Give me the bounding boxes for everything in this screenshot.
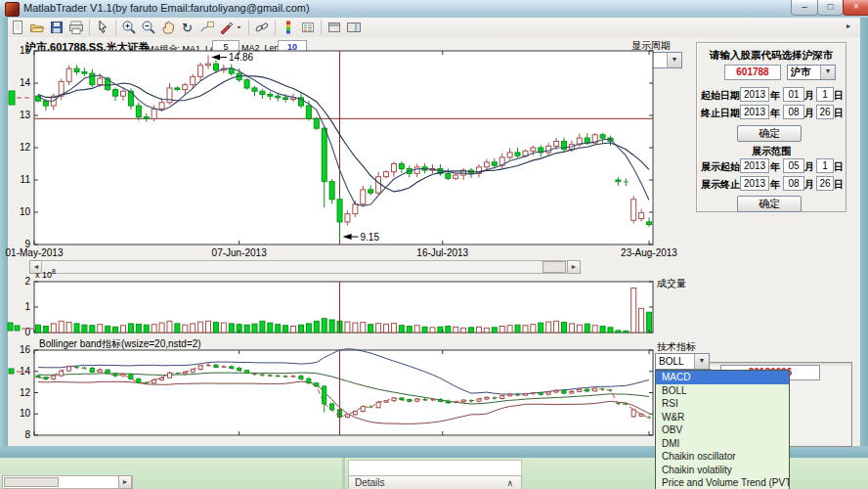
day-suffix: 日 [834, 107, 844, 120]
title-bar[interactable]: MatlabTrader V1.1(by faruto Email:faruto… [0, 0, 868, 19]
indicator-option[interactable]: MACD [656, 371, 789, 384]
data-cursor-icon[interactable] [197, 19, 217, 36]
brush-icon[interactable] [217, 19, 237, 36]
volume-label: 成交量 [657, 277, 686, 290]
indicator-label: 技术指标 [657, 340, 696, 354]
month-suffix: 月 [804, 107, 814, 120]
matlabtrader-window: MatlabTrader V1.1(by faruto Email:faruto… [0, 0, 868, 489]
insert-colorbar-icon[interactable] [279, 19, 298, 36]
end-year-input[interactable]: 2013 [740, 105, 769, 119]
indicator-option[interactable]: Price and Volume Trend (PVT) [656, 476, 789, 489]
year-suffix: 年 [770, 160, 780, 174]
details-panel-body [348, 460, 522, 476]
indicator-option[interactable]: W&R [656, 411, 789, 424]
month-suffix: 月 [804, 178, 814, 192]
start-year-input[interactable]: 2013 [740, 87, 769, 102]
day-suffix: 日 [834, 178, 844, 192]
chevron-down-icon[interactable]: ▼ [694, 354, 709, 369]
display-range-title: 展示范围 [697, 145, 846, 158]
svg-text:↻: ↻ [182, 21, 193, 35]
range-start-month-input[interactable]: 05 [783, 158, 804, 173]
year-suffix: 年 [770, 89, 780, 103]
indicator-option[interactable]: BOLL [656, 384, 789, 398]
indicator-dropdown[interactable]: BOLL ▼ [655, 353, 710, 370]
toolbar-separator [248, 20, 249, 35]
range-start-year-input[interactable]: 2013 [740, 158, 769, 173]
range-start-label: 展示起始 [701, 160, 740, 174]
figure-toolbar: ↻ [8, 18, 860, 38]
toolbar-overflow-icon[interactable]: ▸ [846, 22, 850, 30]
main-chart-plot-area[interactable] [34, 51, 653, 244]
range-start-day-input[interactable]: 1 [816, 158, 834, 173]
market-dropdown[interactable]: 沪市 ▼ [787, 65, 836, 80]
day-suffix: 日 [834, 89, 844, 103]
link-plots-icon[interactable] [252, 19, 272, 36]
details-label: Details [355, 477, 385, 488]
indicator-option[interactable]: OBV [656, 423, 789, 437]
panel-divider[interactable] [342, 458, 345, 489]
end-month-input[interactable]: 08 [783, 105, 804, 119]
toolbar-separator [89, 20, 90, 35]
range-end-label: 展示终止 [701, 178, 740, 192]
maximize-button[interactable]: □ [817, 0, 844, 16]
open-folder-icon[interactable] [27, 19, 47, 36]
indicator-value: BOLL [656, 354, 694, 369]
folder-scrollbar-right-arrow[interactable]: ► [118, 475, 132, 489]
month-suffix: 月 [804, 160, 814, 174]
new-file-icon[interactable] [8, 19, 27, 36]
insert-legend-icon[interactable] [298, 19, 318, 36]
print-icon[interactable] [66, 19, 86, 36]
bollinger-title: Bollinger band指标(wsize=20,nstd=2) [39, 337, 201, 351]
chevron-down-icon[interactable]: ▼ [820, 66, 835, 79]
toolbar-separator [321, 20, 322, 35]
folder-scrollbar-thumb[interactable] [4, 477, 59, 487]
show-plot-tools-icon[interactable] [344, 19, 364, 36]
year-suffix: 年 [770, 107, 780, 120]
hide-plot-tools-icon[interactable] [325, 19, 344, 36]
close-button[interactable]: × [843, 0, 868, 16]
range-end-month-input[interactable]: 08 [783, 176, 804, 191]
zoom-in-icon[interactable] [119, 19, 139, 36]
window-title: MatlabTrader V1.1(by faruto Email:faruto… [23, 2, 310, 14]
zoom-out-icon[interactable] [139, 19, 158, 36]
indicator-option[interactable]: DMI [656, 437, 789, 451]
toolbar-separator [275, 20, 276, 35]
confirm-button[interactable]: 确定 [737, 125, 802, 142]
bollinger-plot-area[interactable] [34, 350, 653, 435]
panel-title: 请输入股票代码选择沪深市 [697, 49, 846, 63]
collapse-chevron-icon[interactable]: ∧ [506, 478, 513, 488]
month-suffix: 月 [804, 89, 814, 103]
chevron-down-icon[interactable]: ▼ [667, 53, 681, 67]
rotate-3d-icon[interactable]: ↻ [178, 19, 197, 36]
start-date-label: 起始日期 [701, 89, 740, 103]
range-end-day-input[interactable]: 26 [816, 176, 834, 191]
start-month-input[interactable]: 01 [783, 87, 804, 102]
window-border-left [0, 18, 8, 446]
chart-scrollbar-thumb[interactable] [542, 261, 566, 273]
save-icon[interactable] [47, 19, 66, 36]
end-date-label: 终止日期 [701, 107, 740, 120]
indicator-option[interactable]: Chaikin volatility [656, 464, 789, 477]
details-bar[interactable]: Details ∧ [348, 475, 522, 489]
scrollbar-right-arrow[interactable]: ► [567, 260, 581, 274]
cursor-icon[interactable] [93, 19, 112, 36]
caret-icon[interactable] [237, 19, 245, 36]
chart-scrollbar-track[interactable] [41, 260, 569, 274]
app-icon [5, 2, 20, 17]
confirm-range-button[interactable]: 确定 [737, 196, 802, 212]
pan-hand-icon[interactable] [158, 19, 178, 36]
year-suffix: 年 [770, 178, 780, 192]
indicator-options-list: MACDBOLLRSIW&ROBVDMIChaikin oscillatorCh… [655, 370, 790, 489]
indicator-option[interactable]: RSI [656, 397, 789, 411]
stock-code-input[interactable]: 601788 [724, 65, 781, 80]
start-day-input[interactable]: 1 [816, 87, 834, 102]
stock-parameter-panel: 请输入股票代码选择沪深市 601788 沪市 ▼ 起始日期 2013 年 01 … [696, 42, 846, 212]
indicator-option[interactable]: Chaikin oscillator [656, 450, 789, 464]
range-end-year-input[interactable]: 2013 [740, 176, 769, 191]
volume-plot-area[interactable] [34, 282, 653, 333]
minimize-button[interactable]: – [791, 0, 818, 16]
day-suffix: 日 [834, 160, 844, 174]
end-day-input[interactable]: 26 [816, 105, 834, 119]
market-value: 沪市 [788, 66, 820, 79]
toolbar-separator [115, 20, 116, 35]
